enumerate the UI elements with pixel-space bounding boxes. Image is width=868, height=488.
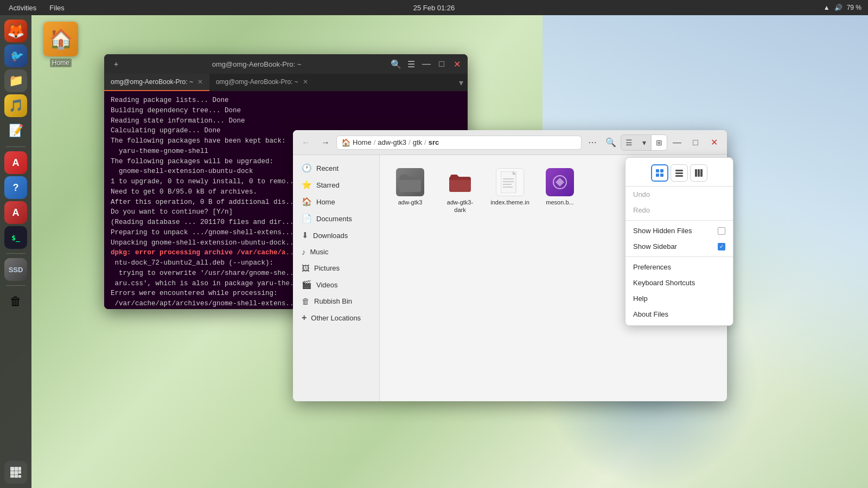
sidebar-home-label: Home (316, 198, 335, 206)
svg-rect-0 (10, 467, 14, 471)
show-hidden-label: Show Hidden Files (633, 227, 692, 235)
breadcrumb-adw-gtk3[interactable]: adw-gtk3 (378, 138, 406, 146)
menu-item-preferences[interactable]: Preferences (626, 259, 733, 275)
menu-item-show-sidebar[interactable]: Show Sidebar ✓ (626, 239, 733, 254)
sidebar-item-rubbish[interactable]: 🗑 Rubbish Bin (295, 293, 377, 309)
sidebar-item-downloads[interactable]: ⬇ Downloads (295, 227, 377, 243)
dock-help[interactable]: ? (4, 176, 27, 199)
dock-separator-1 (6, 146, 25, 147)
adw-gtk3-dark-icon (446, 168, 474, 196)
svg-rect-23 (698, 169, 700, 177)
files-forward-btn[interactable]: → (317, 134, 334, 151)
files-back-btn[interactable]: ← (297, 134, 315, 151)
terminal-tab-2[interactable]: omg@omg-AeroBook-Pro: ~ ✕ (209, 74, 315, 91)
menu-item-show-hidden[interactable]: Show Hidden Files (626, 223, 733, 239)
breadcrumb-src[interactable]: src (429, 138, 439, 146)
about-label: About Files (633, 310, 668, 318)
dock-terminal[interactable]: $_ (4, 226, 27, 249)
files-minimize-btn[interactable]: — (668, 134, 686, 151)
terminal-titlebar: + omg@omg-AeroBook-Pro: ~ 🔍 ☰ — □ ✕ (104, 54, 468, 74)
menu-item-keyboard-shortcuts[interactable]: Keyboard Shortcuts (626, 275, 733, 291)
pictures-icon: 🖼 (302, 264, 310, 273)
files-menu-button[interactable]: Files (47, 3, 66, 13)
svg-rect-22 (695, 169, 697, 177)
dock-libreoffice[interactable]: 📝 (4, 119, 27, 142)
menu-item-redo: Redo (626, 202, 733, 218)
dock-show-apps[interactable] (4, 461, 27, 484)
terminal-window-buttons: 🔍 ☰ — □ ✕ (390, 57, 463, 70)
menu-view-icon-btn[interactable] (651, 164, 668, 182)
meson-icon (546, 168, 574, 196)
svg-rect-8 (18, 475, 21, 478)
terminal-menu-btn[interactable]: ☰ (405, 57, 418, 70)
sidebar-item-documents[interactable]: 📄 Documents (295, 210, 377, 227)
terminal-new-tab-btn[interactable]: + (108, 56, 124, 72)
terminal-tab-1[interactable]: omg@omg-AeroBook-Pro: ~ ✕ (104, 74, 209, 91)
index-icon (496, 168, 524, 196)
files-maximize-btn[interactable]: □ (687, 134, 704, 151)
volume-icon: 🔊 (834, 4, 843, 11)
home-icon-label: Home (50, 59, 72, 67)
sidebar-documents-label: Documents (316, 215, 352, 223)
menu-columns-icon-btn[interactable] (690, 164, 707, 182)
terminal-close-btn[interactable]: ✕ (450, 57, 463, 70)
terminal-tab-2-label: omg@omg-AeroBook-Pro: ~ (216, 78, 298, 86)
files-toolbar-right: ⋯ 🔍 ☰ ▾ ⊞ — □ ✕ (584, 134, 723, 151)
terminal-tab-2-close[interactable]: ✕ (303, 78, 308, 86)
sidebar-item-videos[interactable]: 🎬 Videos (295, 277, 377, 293)
files-breadcrumb: 🏠 Home / adw-gtk3 / gtk / src (336, 136, 582, 150)
terminal-tab-dropdown[interactable]: ▾ (455, 74, 468, 91)
files-close-btn[interactable]: ✕ (705, 134, 723, 151)
dock-ssd[interactable]: SSD (4, 258, 27, 281)
sidebar-item-pictures[interactable]: 🖼 Pictures (295, 260, 377, 276)
downloads-icon: ⬇ (302, 230, 309, 240)
svg-rect-16 (660, 169, 663, 172)
dock-appstore[interactable]: A (4, 151, 27, 174)
battery-status: 79 % (847, 4, 861, 11)
terminal-search-btn[interactable]: 🔍 (390, 57, 403, 70)
terminal-tab-1-close[interactable]: ✕ (197, 78, 203, 86)
sidebar-videos-label: Videos (316, 281, 338, 289)
files-sidebar: 🕐 Recent ⭐ Starred 🏠 Home 📄 Documents ⬇ … (293, 155, 380, 401)
sidebar-item-home[interactable]: 🏠 Home (295, 194, 377, 210)
dock-files[interactable]: 📁 (4, 69, 27, 92)
breadcrumb-home-icon: 🏠 (341, 138, 350, 147)
menu-list-icon-btn[interactable] (671, 164, 688, 182)
dock-rhythmbox[interactable]: 🎵 (4, 94, 27, 117)
view-list-btn[interactable]: ☰ (621, 135, 636, 150)
sidebar-other-label: Other Locations (311, 314, 361, 322)
dock-software[interactable]: A (4, 201, 27, 224)
sidebar-item-other[interactable]: + Other Locations (295, 310, 377, 326)
files-menu-btn[interactable]: ⋯ (584, 134, 601, 151)
desktop-home-icon[interactable]: 🏠 Home (43, 22, 78, 67)
dock-thunderbird[interactable]: 🐦 (4, 44, 27, 67)
breadcrumb-gtk[interactable]: gtk (413, 138, 422, 146)
breadcrumb-home[interactable]: Home (353, 138, 372, 146)
menu-item-undo: Undo (626, 187, 733, 202)
terminal-minimize-btn[interactable]: — (420, 57, 433, 70)
rubbish-icon: 🗑 (302, 297, 310, 306)
menu-item-about[interactable]: About Files (626, 306, 733, 322)
sidebar-item-starred[interactable]: ⭐ Starred (295, 177, 377, 193)
show-hidden-checkbox[interactable] (718, 227, 725, 235)
terminal-maximize-btn[interactable]: □ (435, 57, 448, 70)
show-sidebar-checkbox[interactable]: ✓ (718, 243, 725, 251)
file-item-index[interactable]: index.theme.in (488, 164, 532, 219)
sidebar-item-recent[interactable]: 🕐 Recent (295, 160, 377, 176)
file-item-adw-gtk3-dark[interactable]: adw-gtk3-dark (438, 164, 482, 219)
svg-rect-6 (10, 475, 14, 478)
dock-trash[interactable]: 🗑 (4, 290, 27, 313)
file-item-meson[interactable]: meson.b... (538, 164, 582, 219)
file-item-adw-gtk3[interactable]: adw-gtk3 (388, 164, 432, 219)
menu-item-help[interactable]: Help (626, 291, 733, 306)
sidebar-item-music[interactable]: ♪ Music (295, 244, 377, 260)
activities-button[interactable]: Activities (7, 3, 39, 13)
view-list-dropdown-btn[interactable]: ▾ (636, 135, 652, 150)
files-search-btn[interactable]: 🔍 (602, 134, 620, 151)
breadcrumb-sep-1: / (374, 138, 376, 146)
terminal-tab-1-label: omg@omg-AeroBook-Pro: ~ (111, 78, 193, 86)
terminal-tabs: omg@omg-AeroBook-Pro: ~ ✕ omg@omg-AeroBo… (104, 74, 468, 91)
home-folder-icon: 🏠 (43, 22, 78, 56)
view-grid-btn[interactable]: ⊞ (652, 135, 667, 150)
dock-firefox[interactable]: 🦊 (4, 20, 27, 42)
